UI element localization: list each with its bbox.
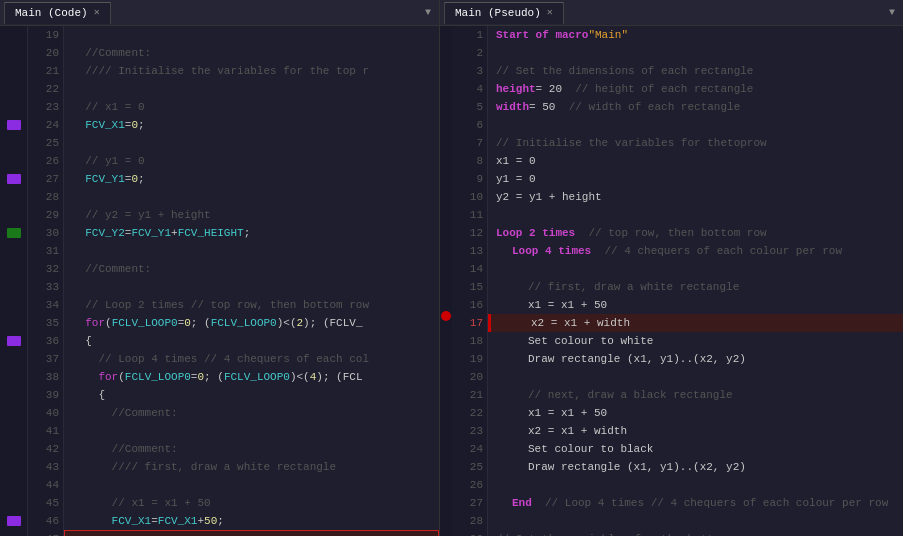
pseudo-line: x2 = x1 + width xyxy=(488,422,903,440)
right-gutter xyxy=(440,26,452,536)
line-num: 21 xyxy=(456,386,483,404)
line-num: 24 xyxy=(32,116,59,134)
gutter-row xyxy=(0,224,27,242)
gutter-row xyxy=(440,431,452,449)
gutter-row xyxy=(440,237,452,255)
line-num: 26 xyxy=(32,152,59,170)
gutter-row xyxy=(440,519,452,536)
right-tab-dropdown[interactable]: ▼ xyxy=(885,7,899,18)
line-num: 4 xyxy=(456,80,483,98)
pseudo-line: // Initialise the variables for the top … xyxy=(488,134,903,152)
line-num: 22 xyxy=(456,404,483,422)
code-line: // y2 = y1 + height xyxy=(64,206,439,224)
gutter-row xyxy=(440,466,452,484)
gutter-row xyxy=(0,494,27,512)
left-tab-main-code[interactable]: Main (Code) ✕ xyxy=(4,2,111,24)
line-num: 10 xyxy=(456,188,483,206)
line-num: 7 xyxy=(456,134,483,152)
gutter-row xyxy=(440,272,452,290)
pseudo-line xyxy=(488,44,903,62)
code-line: //Comment: xyxy=(64,404,439,422)
code-line xyxy=(64,26,439,44)
line-num: 6 xyxy=(456,116,483,134)
pseudo-line xyxy=(488,260,903,278)
pseudo-line xyxy=(488,512,903,530)
gutter-row xyxy=(440,149,452,167)
pseudo-line: Set colour to black xyxy=(488,440,903,458)
left-tab-dropdown[interactable]: ▼ xyxy=(421,7,435,18)
gutter-row xyxy=(440,413,452,431)
code-line: //Comment: xyxy=(64,44,439,62)
line-num: 28 xyxy=(32,188,59,206)
code-line xyxy=(64,242,439,260)
code-line: for (FCLV_LOOP0=0; (FCLV_LOOP0)<(2); (FC… xyxy=(64,314,439,332)
line-num: 19 xyxy=(32,26,59,44)
line-num: 39 xyxy=(32,386,59,404)
gutter-row xyxy=(0,188,27,206)
gutter-row xyxy=(440,290,452,308)
right-tab-label: Main (Pseudo) xyxy=(455,7,541,19)
line-num: 11 xyxy=(456,206,483,224)
gutter-row xyxy=(0,152,27,170)
line-num: 2 xyxy=(456,44,483,62)
code-line: for (FCLV_LOOP0=0; (FCLV_LOOP0)<(4); (FC… xyxy=(64,368,439,386)
line-num: 15 xyxy=(456,278,483,296)
gutter-row xyxy=(0,116,27,134)
line-num: 17 xyxy=(456,314,483,332)
gutter-row xyxy=(440,255,452,273)
left-line-numbers: 19 20 21 22 23 24 25 26 27 28 29 30 31 3… xyxy=(28,26,64,536)
code-line xyxy=(64,134,439,152)
pseudo-line: Loop 2 times // top row, then bottom row xyxy=(488,224,903,242)
line-num: 27 xyxy=(32,170,59,188)
line-num: 9 xyxy=(456,170,483,188)
gutter-row xyxy=(440,378,452,396)
gutter-row xyxy=(440,114,452,132)
pseudo-line: y2 = y1 + height xyxy=(488,188,903,206)
gutter-row xyxy=(440,44,452,62)
line-num: 46 xyxy=(32,512,59,530)
line-num: 32 xyxy=(32,260,59,278)
line-num: 31 xyxy=(32,242,59,260)
line-num: 1 xyxy=(456,26,483,44)
line-num: 14 xyxy=(456,260,483,278)
pseudo-line: Start of macro "Main" xyxy=(488,26,903,44)
pseudo-line: Set colour to white xyxy=(488,332,903,350)
right-code-content[interactable]: Start of macro "Main" // Set the dimensi… xyxy=(488,26,903,536)
code-line-highlighted xyxy=(64,530,439,536)
line-num: 28 xyxy=(456,512,483,530)
gutter-row xyxy=(0,332,27,350)
code-line: FCV_X1 = 0; xyxy=(64,116,439,134)
line-num: 36 xyxy=(32,332,59,350)
gutter-row xyxy=(0,368,27,386)
code-line: //// first, draw a white rectangle xyxy=(64,458,439,476)
code-line: //Comment: xyxy=(64,440,439,458)
gutter-row xyxy=(0,296,27,314)
gutter-row xyxy=(0,422,27,440)
gutter-row xyxy=(0,26,27,44)
left-code-content[interactable]: //Comment: //// Initialise the variables… xyxy=(64,26,439,536)
pseudo-line: height = 20 // height of each rectangle xyxy=(488,80,903,98)
gutter-row xyxy=(440,220,452,238)
right-tab-close[interactable]: ✕ xyxy=(547,8,553,18)
left-tab-close[interactable]: ✕ xyxy=(94,8,100,18)
gutter-row xyxy=(440,96,452,114)
line-num: 24 xyxy=(456,440,483,458)
line-num: 40 xyxy=(32,404,59,422)
line-num: 27 xyxy=(456,494,483,512)
code-line: // Loop 2 times // top row, then bottom … xyxy=(64,296,439,314)
line-num: 33 xyxy=(32,278,59,296)
pseudo-line: // first, draw a white rectangle xyxy=(488,278,903,296)
right-tab-main-pseudo[interactable]: Main (Pseudo) ✕ xyxy=(444,2,564,24)
code-line: // x1 = x1 + 50 xyxy=(64,494,439,512)
pseudo-line: // Set the dimensions of each rectangle xyxy=(488,62,903,80)
code-line: // y1 = 0 xyxy=(64,152,439,170)
pseudo-line-highlighted: x2 = x1 + width xyxy=(488,314,903,332)
line-num: 42 xyxy=(32,440,59,458)
pseudo-line: x1 = 0 xyxy=(488,152,903,170)
pseudo-line: // next, draw a black rectangle xyxy=(488,386,903,404)
code-line xyxy=(64,188,439,206)
gutter-row xyxy=(0,476,27,494)
gutter-row xyxy=(440,325,452,343)
pseudo-line xyxy=(488,476,903,494)
pseudo-line: x1 = x1 + 50 xyxy=(488,296,903,314)
